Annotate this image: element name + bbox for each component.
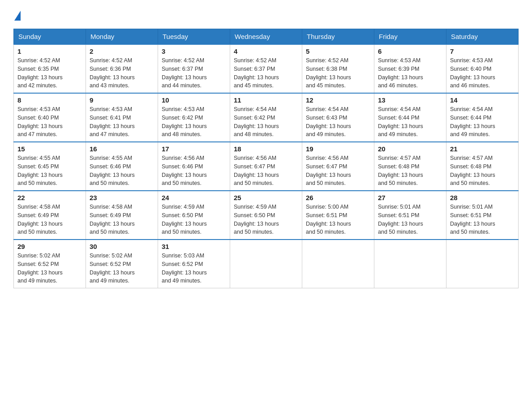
calendar-cell: 23Sunrise: 4:58 AMSunset: 6:49 PMDayligh…: [86, 191, 158, 240]
day-number: 2: [90, 47, 154, 55]
day-info: Sunrise: 4:57 AMSunset: 6:48 PMDaylight:…: [378, 154, 442, 188]
day-info: Sunrise: 4:57 AMSunset: 6:48 PMDaylight:…: [450, 154, 515, 188]
day-number: 15: [17, 145, 82, 153]
day-number: 16: [90, 145, 154, 153]
day-number: 27: [378, 194, 442, 201]
calendar-cell: 15Sunrise: 4:55 AMSunset: 6:45 PMDayligh…: [14, 142, 86, 191]
day-number: 21: [450, 145, 515, 153]
logo-triangle-icon: [14, 11, 21, 21]
calendar-cell: 25Sunrise: 4:59 AMSunset: 6:50 PMDayligh…: [230, 191, 302, 240]
day-number: 18: [234, 145, 298, 153]
calendar-cell: 1Sunrise: 4:52 AMSunset: 6:35 PMDaylight…: [14, 44, 86, 93]
day-info: Sunrise: 5:03 AMSunset: 6:52 PMDaylight:…: [162, 252, 226, 285]
day-number: 11: [234, 96, 298, 104]
day-number: 8: [17, 96, 82, 104]
calendar-cell: 27Sunrise: 5:01 AMSunset: 6:51 PMDayligh…: [374, 191, 446, 240]
calendar-cell: 14Sunrise: 4:54 AMSunset: 6:44 PMDayligh…: [446, 93, 519, 142]
day-info: Sunrise: 4:52 AMSunset: 6:35 PMDaylight:…: [17, 56, 82, 90]
weekday-header-thursday: Thursday: [302, 29, 374, 45]
calendar-cell: 17Sunrise: 4:56 AMSunset: 6:46 PMDayligh…: [158, 142, 230, 191]
calendar-cell: 7Sunrise: 4:53 AMSunset: 6:40 PMDaylight…: [446, 44, 519, 93]
day-info: Sunrise: 4:54 AMSunset: 6:44 PMDaylight:…: [450, 105, 515, 139]
day-info: Sunrise: 4:54 AMSunset: 6:44 PMDaylight:…: [378, 105, 442, 139]
week-row-3: 15Sunrise: 4:55 AMSunset: 6:45 PMDayligh…: [14, 142, 519, 191]
weekday-header-row: SundayMondayTuesdayWednesdayThursdayFrid…: [14, 29, 519, 45]
day-number: 24: [162, 194, 226, 201]
calendar-cell: [302, 240, 374, 288]
day-info: Sunrise: 5:01 AMSunset: 6:51 PMDaylight:…: [450, 203, 515, 236]
day-info: Sunrise: 4:53 AMSunset: 6:40 PMDaylight:…: [450, 56, 515, 90]
weekday-header-wednesday: Wednesday: [230, 29, 302, 45]
calendar-cell: 21Sunrise: 4:57 AMSunset: 6:48 PMDayligh…: [446, 142, 519, 191]
day-info: Sunrise: 5:02 AMSunset: 6:52 PMDaylight:…: [17, 252, 82, 285]
calendar-cell: 8Sunrise: 4:53 AMSunset: 6:40 PMDaylight…: [14, 93, 86, 142]
calendar-cell: [230, 240, 302, 288]
weekday-header-sunday: Sunday: [14, 29, 86, 45]
day-number: 20: [378, 145, 442, 153]
calendar-cell: 26Sunrise: 5:00 AMSunset: 6:51 PMDayligh…: [302, 191, 374, 240]
calendar-cell: 31Sunrise: 5:03 AMSunset: 6:52 PMDayligh…: [158, 240, 230, 288]
day-number: 5: [306, 47, 370, 55]
day-number: 31: [162, 243, 226, 250]
day-number: 12: [306, 96, 370, 104]
calendar-cell: 16Sunrise: 4:55 AMSunset: 6:46 PMDayligh…: [86, 142, 158, 191]
calendar-cell: [374, 240, 446, 288]
day-info: Sunrise: 4:59 AMSunset: 6:50 PMDaylight:…: [162, 203, 226, 236]
calendar-cell: 4Sunrise: 4:52 AMSunset: 6:37 PMDaylight…: [230, 44, 302, 93]
day-number: 1: [17, 47, 82, 55]
week-row-1: 1Sunrise: 4:52 AMSunset: 6:35 PMDaylight…: [14, 44, 519, 93]
day-number: 23: [90, 194, 154, 201]
calendar-cell: 9Sunrise: 4:53 AMSunset: 6:41 PMDaylight…: [86, 93, 158, 142]
day-info: Sunrise: 4:52 AMSunset: 6:38 PMDaylight:…: [306, 56, 370, 90]
week-row-4: 22Sunrise: 4:58 AMSunset: 6:49 PMDayligh…: [14, 191, 519, 240]
calendar-cell: 22Sunrise: 4:58 AMSunset: 6:49 PMDayligh…: [14, 191, 86, 240]
calendar-cell: 2Sunrise: 4:52 AMSunset: 6:36 PMDaylight…: [86, 44, 158, 93]
day-info: Sunrise: 4:55 AMSunset: 6:46 PMDaylight:…: [90, 154, 154, 188]
day-number: 22: [17, 194, 82, 201]
day-number: 25: [234, 194, 298, 201]
weekday-header-tuesday: Tuesday: [158, 29, 230, 45]
day-info: Sunrise: 4:52 AMSunset: 6:37 PMDaylight:…: [162, 56, 226, 90]
calendar-cell: 3Sunrise: 4:52 AMSunset: 6:37 PMDaylight…: [158, 44, 230, 93]
calendar-cell: 20Sunrise: 4:57 AMSunset: 6:48 PMDayligh…: [374, 142, 446, 191]
day-info: Sunrise: 4:53 AMSunset: 6:40 PMDaylight:…: [17, 105, 82, 139]
calendar-cell: 5Sunrise: 4:52 AMSunset: 6:38 PMDaylight…: [302, 44, 374, 93]
calendar-cell: 30Sunrise: 5:02 AMSunset: 6:52 PMDayligh…: [86, 240, 158, 288]
day-number: 4: [234, 47, 298, 55]
calendar-cell: 28Sunrise: 5:01 AMSunset: 6:51 PMDayligh…: [446, 191, 519, 240]
weekday-header-saturday: Saturday: [446, 29, 519, 45]
logo: [13, 9, 21, 21]
day-info: Sunrise: 4:54 AMSunset: 6:43 PMDaylight:…: [306, 105, 370, 139]
day-number: 28: [450, 194, 515, 201]
day-info: Sunrise: 4:58 AMSunset: 6:49 PMDaylight:…: [17, 203, 82, 236]
day-info: Sunrise: 4:53 AMSunset: 6:39 PMDaylight:…: [378, 56, 442, 90]
day-info: Sunrise: 4:56 AMSunset: 6:47 PMDaylight:…: [306, 154, 370, 188]
day-info: Sunrise: 4:54 AMSunset: 6:42 PMDaylight:…: [234, 105, 298, 139]
day-number: 26: [306, 194, 370, 201]
calendar-cell: 24Sunrise: 4:59 AMSunset: 6:50 PMDayligh…: [158, 191, 230, 240]
day-info: Sunrise: 5:01 AMSunset: 6:51 PMDaylight:…: [378, 203, 442, 236]
day-number: 14: [450, 96, 515, 104]
calendar-cell: 13Sunrise: 4:54 AMSunset: 6:44 PMDayligh…: [374, 93, 446, 142]
calendar-cell: 29Sunrise: 5:02 AMSunset: 6:52 PMDayligh…: [14, 240, 86, 288]
day-number: 29: [17, 243, 82, 250]
day-info: Sunrise: 4:56 AMSunset: 6:46 PMDaylight:…: [162, 154, 226, 188]
calendar-cell: 10Sunrise: 4:53 AMSunset: 6:42 PMDayligh…: [158, 93, 230, 142]
day-info: Sunrise: 4:56 AMSunset: 6:47 PMDaylight:…: [234, 154, 298, 188]
weekday-header-friday: Friday: [374, 29, 446, 45]
calendar-cell: [446, 240, 519, 288]
day-info: Sunrise: 4:52 AMSunset: 6:36 PMDaylight:…: [90, 56, 154, 90]
day-info: Sunrise: 4:58 AMSunset: 6:49 PMDaylight:…: [90, 203, 154, 236]
day-number: 19: [306, 145, 370, 153]
calendar-cell: 6Sunrise: 4:53 AMSunset: 6:39 PMDaylight…: [374, 44, 446, 93]
day-info: Sunrise: 4:59 AMSunset: 6:50 PMDaylight:…: [234, 203, 298, 236]
day-info: Sunrise: 4:52 AMSunset: 6:37 PMDaylight:…: [234, 56, 298, 90]
weekday-header-monday: Monday: [86, 29, 158, 45]
calendar-cell: 12Sunrise: 4:54 AMSunset: 6:43 PMDayligh…: [302, 93, 374, 142]
calendar-cell: 11Sunrise: 4:54 AMSunset: 6:42 PMDayligh…: [230, 93, 302, 142]
calendar-cell: 18Sunrise: 4:56 AMSunset: 6:47 PMDayligh…: [230, 142, 302, 191]
day-number: 13: [378, 96, 442, 104]
day-info: Sunrise: 4:55 AMSunset: 6:45 PMDaylight:…: [17, 154, 82, 188]
day-info: Sunrise: 4:53 AMSunset: 6:41 PMDaylight:…: [90, 105, 154, 139]
day-number: 30: [90, 243, 154, 250]
